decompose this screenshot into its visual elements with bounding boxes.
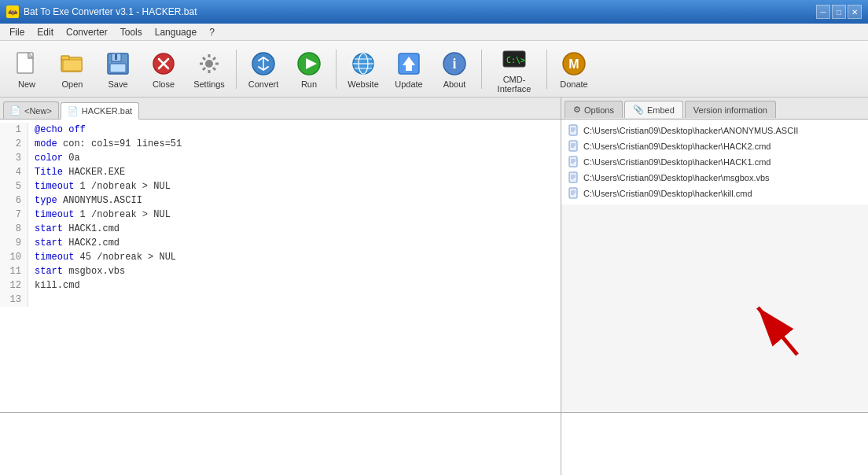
file-item-2[interactable]: C:\Users\Cristian09\Desktop\hacker\HACK1… [565,154,865,170]
toolbar-cmd-button[interactable]: C:\> CMD-Interface [487,45,542,94]
settings-label: Settings [193,79,225,89]
menu-edit[interactable]: Edit [31,25,60,39]
update-icon [395,50,423,78]
maximize-button[interactable]: □ [832,5,846,19]
toolbar: New Open Save [0,41,868,98]
file-path-4: C:\Users\Cristian09\Desktop\hacker\kill.… [583,189,752,198]
version-tab-label: Version information [693,105,767,115]
menu-language[interactable]: Language [149,25,203,39]
code-line-3: 3 color 0a [0,151,561,165]
options-tab-label: Options [584,105,614,115]
code-line-5: 5 timeout 1 /nobreak > NUL [0,179,561,193]
code-line-11: 11 start msgbox.vbs [0,264,561,278]
file-item-1[interactable]: C:\Users\Cristian09\Desktop\hacker\HACK2… [565,138,865,154]
close-window-button[interactable]: ✕ [848,5,862,19]
svg-line-20 [203,68,205,70]
cmd-label: CMD-Interface [491,75,538,94]
svg-text:i: i [452,56,456,72]
menu-file[interactable]: File [3,25,31,39]
code-editor[interactable]: 1 @echo off 2 mode con: cols=91 lines=51… [0,120,561,412]
donate-label: Donate [560,79,587,89]
title-bar: 🦇 Bat To Exe Converter v3.1 - HACKER.bat… [0,0,868,24]
file-path-0: C:\Users\Cristian09\Desktop\hacker\ANONY… [583,126,798,135]
toolbar-convert-button[interactable]: Convert [241,45,285,94]
save-label: Save [108,79,127,89]
window-title: Bat To Exe Converter v3.1 - HACKER.bat [24,6,197,17]
svg-line-18 [213,68,215,70]
options-tab-icon: ⚙ [573,105,581,115]
svg-rect-7 [110,64,126,72]
tab-new[interactable]: 📄 <New> [3,101,59,119]
menu-help[interactable]: ? [203,25,221,39]
svg-rect-39 [569,125,577,135]
toolbar-run-button[interactable]: Run [287,45,331,94]
bat-tab-icon: 📄 [68,106,79,116]
toolbar-save-button[interactable]: Save [96,45,140,94]
title-bar-left: 🦇 Bat To Exe Converter v3.1 - HACKER.bat [6,6,197,18]
title-controls: ─ □ ✕ [816,5,862,19]
file-icon-4 [568,187,580,200]
save-icon [104,50,132,78]
svg-rect-8 [115,54,117,60]
minimize-button[interactable]: ─ [816,5,830,19]
file-item-4[interactable]: C:\Users\Cristian09\Desktop\hacker\kill.… [565,186,865,201]
editor-panel: 📄 <New> 📄 HACKER.bat 1 @echo off 2 mode … [0,98,561,475]
code-line-1: 1 @echo off [0,123,561,137]
file-item-0[interactable]: C:\Users\Cristian09\Desktop\hacker\ANONY… [565,123,865,138]
website-label: Website [348,79,379,89]
separator-4 [546,50,547,89]
toolbar-open-button[interactable]: Open [50,45,94,94]
code-line-6: 6 type ANONYMUS.ASCII [0,193,561,208]
tab-embed[interactable]: 📎 Embed [624,101,683,118]
embed-tab-icon: 📎 [633,105,644,115]
svg-rect-3 [61,56,69,60]
toolbar-settings-button[interactable]: Settings [187,45,231,94]
file-icon-1 [568,140,580,153]
code-line-13: 13 [0,293,561,307]
file-icon-3 [568,171,580,184]
open-label: Open [62,79,83,89]
open-icon [58,50,86,78]
tab-hacker-bat[interactable]: 📄 HACKER.bat [61,102,139,120]
website-icon [349,50,377,78]
app-icon: 🦇 [6,6,19,18]
file-item-3[interactable]: C:\Users\Cristian09\Desktop\hacker\msgbo… [565,170,865,186]
main-area: 📄 <New> 📄 HACKER.bat 1 @echo off 2 mode … [0,98,868,475]
convert-icon [249,50,278,78]
svg-text:M: M [568,57,579,71]
code-line-12: 12 kill.cmd [0,278,561,293]
toolbar-close-button[interactable]: Close [142,45,186,94]
menu-tools[interactable]: Tools [114,25,149,39]
menu-bar: File Edit Converter Tools Language ? [0,24,868,41]
tab-options[interactable]: ⚙ Options [565,101,623,118]
new-icon [13,50,41,78]
run-icon [295,50,323,78]
svg-line-19 [213,57,215,60]
toolbar-update-button[interactable]: Update [387,45,431,94]
bat-tab-label: HACKER.bat [82,106,132,116]
file-path-1: C:\Users\Cristian09\Desktop\hacker\HACK2… [583,142,771,151]
separator-1 [236,50,237,89]
menu-converter[interactable]: Converter [60,25,114,39]
toolbar-new-button[interactable]: New [5,45,49,94]
right-tab-bar: ⚙ Options 📎 Embed Version information [561,98,868,120]
svg-line-17 [203,57,205,60]
new-tab-label: <New> [24,106,52,116]
separator-3 [481,50,482,89]
about-icon: i [440,50,469,78]
toolbar-donate-button[interactable]: M Donate [552,45,596,94]
cmd-icon: C:\> [500,45,528,73]
separator-2 [336,50,337,89]
file-list: C:\Users\Cristian09\Desktop\hacker\ANONY… [561,120,868,204]
new-label: New [18,79,35,89]
code-line-2: 2 mode con: cols=91 lines=51 [0,137,561,151]
tab-version-info[interactable]: Version information [685,101,776,118]
toolbar-website-button[interactable]: Website [341,45,385,94]
right-panel: ⚙ Options 📎 Embed Version information [561,98,868,475]
svg-rect-55 [569,188,577,198]
new-tab-icon: 📄 [10,105,21,116]
code-line-8: 8 start HACK1.cmd [0,222,561,236]
file-path-2: C:\Users\Cristian09\Desktop\hacker\HACK1… [583,157,771,167]
svg-rect-51 [569,172,577,182]
toolbar-about-button[interactable]: i About [432,45,476,94]
